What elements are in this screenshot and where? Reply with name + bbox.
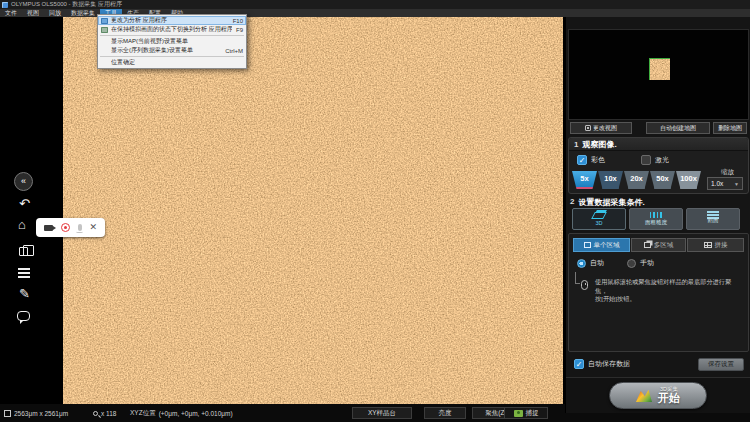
capture-button[interactable]: 捕捉 <box>504 407 548 419</box>
mode-3d-button[interactable]: 3D <box>572 208 626 230</box>
recorder-toolbar: ✕ <box>36 218 105 237</box>
copper-sample-texture <box>63 17 563 405</box>
tab-multi-area[interactable]: 多区域 <box>631 238 686 252</box>
acquire-section-header: 2 设置数据采集条件. <box>570 197 645 208</box>
magnification-50x-button[interactable]: 50x <box>650 171 675 189</box>
tab-stitching[interactable]: 拼接 <box>687 238 744 252</box>
start-zone: 3D采集 开始 <box>566 377 750 413</box>
map-thumbnail[interactable] <box>649 58 670 80</box>
shortcut-ctrl-m: Ctrl+M <box>225 48 243 54</box>
roughness-icon <box>650 212 662 218</box>
zoom-value: 1.0x <box>711 180 723 187</box>
focus-hint-text: 使用鼠标滚轮或聚焦旋钮对样品的最底部分进行聚焦， 按[开始]按钮。 <box>595 278 743 304</box>
hint-connector <box>575 272 580 284</box>
app-icon <box>2 2 8 8</box>
undo-icon[interactable]: ↶ <box>19 197 30 211</box>
copy-icon[interactable] <box>19 247 28 256</box>
observe-section-header: 1 观察图像. <box>569 138 748 151</box>
close-icon[interactable]: ✕ <box>90 223 98 232</box>
manual-label: 手动 <box>640 258 654 268</box>
auto-create-map-button[interactable]: 自动创建地图 <box>646 122 710 134</box>
menu-acquisition[interactable]: 数据采集 <box>66 9 100 17</box>
chat-bubble-icon[interactable] <box>17 311 30 321</box>
collapse-toolbar-button[interactable]: « <box>14 172 33 191</box>
observe-section-title: 观察图像. <box>582 139 616 150</box>
shortcut-f9: F9 <box>236 27 243 33</box>
position-value: (+0μm, +0μm, +0.010μm) <box>159 410 233 417</box>
start-label: 开始 <box>658 393 680 404</box>
3d-layers-icon <box>591 212 607 219</box>
laser-checkbox[interactable] <box>641 155 651 165</box>
magnification-5x-button[interactable]: 5x <box>572 171 597 189</box>
change-view-button[interactable]: 更改视图 <box>570 122 632 134</box>
acquire-section-title: 设置数据采集条件. <box>578 197 644 208</box>
position-label: XYZ位置 <box>130 409 156 418</box>
delete-map-button[interactable]: 删除地图 <box>713 122 747 134</box>
menu-view[interactable]: 视图 <box>22 9 44 17</box>
3d-surface-icon <box>636 389 652 402</box>
manual-radio[interactable] <box>627 259 636 268</box>
toggle-icon <box>101 27 108 33</box>
video-camera-icon[interactable] <box>44 225 53 231</box>
save-settings-button[interactable]: 保存设置 <box>698 358 744 371</box>
field-size-value: 2563μm x 2561μm <box>14 410 68 417</box>
multi-area-icon <box>644 242 651 248</box>
shortcut-f10: F10 <box>233 18 243 24</box>
change-view-icon <box>585 125 591 131</box>
magnification-100x-button[interactable]: 100x <box>676 171 701 189</box>
auto-label: 自动 <box>590 258 604 268</box>
menu-item-switch-to-analysis[interactable]: 更改为分析 应用程序 F10 <box>98 16 246 25</box>
area-settings-panel: 单个区域 多区域 拼接 自动 手动 使用鼠标滚轮或聚焦旋钮对样品的最底部分进行聚 <box>568 233 749 352</box>
image-viewport <box>0 17 565 405</box>
microscope-live-image[interactable] <box>63 17 563 405</box>
menu-file[interactable]: 文件 <box>0 9 22 17</box>
record-icon[interactable] <box>61 223 70 232</box>
mode-roughness-button[interactable]: 面粗糙度 <box>629 208 683 230</box>
application-window: OLYMPUS OLS5000 - 数据采集 应用程序 文件 视图 回放 数据采… <box>0 0 750 422</box>
pencil-icon[interactable]: ✎ <box>19 287 30 301</box>
microphone-muted-icon[interactable] <box>78 224 82 231</box>
window-title: OLYMPUS OLS5000 - 数据采集 应用程序 <box>11 0 122 9</box>
start-acquisition-button[interactable]: 3D采集 开始 <box>609 382 707 409</box>
zoom-select[interactable]: 1.0x ▼ <box>707 177 743 190</box>
laser-label: 激光 <box>655 155 669 165</box>
analysis-app-icon <box>101 18 108 24</box>
magnification-10x-button[interactable]: 10x <box>598 171 623 189</box>
autosave-label: 自动保存数据 <box>588 359 630 369</box>
map-thumbnail-texture <box>650 59 670 80</box>
menu-separator <box>100 35 244 36</box>
home-icon[interactable]: ⌂ <box>18 218 26 232</box>
tab-single-area[interactable]: 单个区域 <box>573 238 630 252</box>
profile-lines-icon <box>707 214 719 215</box>
stage-map-navigator[interactable] <box>568 29 749 120</box>
mouse-icon <box>581 280 588 290</box>
title-bar: OLYMPUS OLS5000 - 数据采集 应用程序 <box>0 0 750 9</box>
menu-separator <box>100 56 244 57</box>
autosave-checkbox[interactable]: ✓ <box>574 359 584 369</box>
magnification-20x-button[interactable]: 20x <box>624 171 649 189</box>
auto-radio[interactable] <box>577 259 586 268</box>
observe-image-section: 1 观察图像. ✓ 彩色 激光 5x 10x 20x 50x 100x 缩放 1… <box>568 137 749 194</box>
brightness-button[interactable]: 亮度 <box>424 407 466 419</box>
menu-item-switch-keep-simulation[interactable]: 在保持模拟画面的状态下切换到分析 应用程序 F9 <box>98 25 246 34</box>
chevron-down-icon: ▼ <box>734 181 739 187</box>
single-area-icon <box>584 242 591 248</box>
size-checkbox[interactable] <box>4 410 11 417</box>
menu-item-show-map-settings[interactable]: 显示MAP(当前视野)设置菜单 <box>98 37 246 46</box>
zoom-label: 缩放 <box>721 168 734 177</box>
menu-item-show-sequence-settings[interactable]: 显示全(序列数据采集)设置菜单 Ctrl+M <box>98 46 246 55</box>
color-label: 彩色 <box>591 155 605 165</box>
tools-dropdown-menu: 更改为分析 应用程序 F10 在保持模拟画面的状态下切换到分析 应用程序 F9 … <box>97 14 247 69</box>
menu-playback[interactable]: 回放 <box>44 9 66 17</box>
camera-icon <box>514 410 523 417</box>
control-panel: 更改视图 自动创建地图 删除地图 1 观察图像. ✓ 彩色 激光 5x 10x … <box>565 17 750 413</box>
menu-item-position-confirm[interactable]: 位置确定 <box>98 58 246 67</box>
xy-stage-button[interactable]: XY样品台 <box>352 407 412 419</box>
magnifier-icon <box>93 411 98 416</box>
total-magnification-value: x 118 <box>101 410 116 417</box>
stitch-grid-icon <box>704 242 712 248</box>
color-checkbox[interactable]: ✓ <box>577 155 587 165</box>
mode-profile-button[interactable]: 剖面 <box>686 208 740 230</box>
list-icon[interactable] <box>18 268 30 270</box>
